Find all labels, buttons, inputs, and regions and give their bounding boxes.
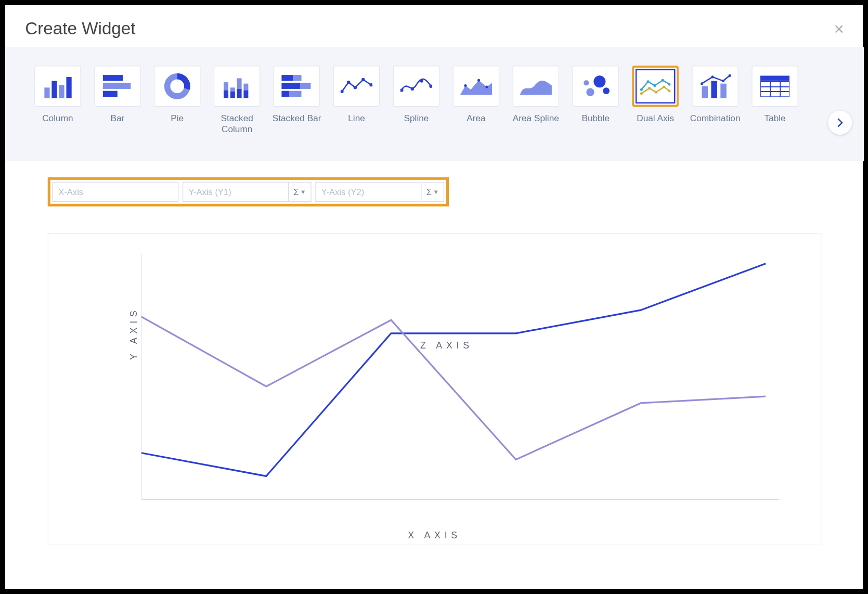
chart-type-line[interactable]: Line (331, 66, 383, 124)
svg-point-23 (347, 81, 350, 84)
svg-rect-15 (243, 90, 248, 98)
svg-point-38 (603, 87, 610, 94)
chart-type-bar[interactable]: Bar (92, 66, 144, 124)
chart-type-label: Column (42, 113, 73, 124)
svg-point-25 (361, 78, 365, 81)
chart-type-spline[interactable]: Spline (391, 66, 443, 124)
svg-rect-57 (760, 82, 789, 97)
svg-rect-50 (711, 81, 717, 98)
svg-rect-14 (243, 84, 248, 91)
column-chart-icon (43, 74, 72, 98)
svg-point-32 (464, 84, 467, 87)
svg-point-40 (647, 80, 650, 83)
y2-axis-input[interactable] (315, 182, 421, 202)
svg-point-29 (420, 79, 423, 82)
svg-rect-21 (290, 91, 302, 97)
stacked-bar-chart-icon (281, 75, 312, 97)
svg-point-35 (584, 80, 589, 85)
svg-rect-20 (281, 91, 289, 97)
area-chart-icon (460, 76, 492, 96)
svg-point-46 (655, 91, 657, 94)
scroll-right-button[interactable] (828, 111, 852, 135)
svg-point-48 (668, 89, 670, 92)
x-axis-input[interactable] (53, 182, 179, 202)
svg-rect-49 (702, 86, 708, 98)
bubble-chart-icon (580, 75, 612, 97)
svg-rect-1 (51, 81, 57, 98)
svg-rect-0 (44, 87, 49, 98)
svg-rect-2 (59, 85, 64, 98)
chart-type-stacked-bar[interactable]: Stacked Bar (271, 66, 323, 124)
line-chart-icon (341, 75, 372, 97)
svg-rect-12 (237, 78, 242, 88)
svg-rect-3 (66, 77, 71, 98)
chart-type-stacked-column[interactable]: Stacked Column (211, 66, 263, 135)
chart-type-label: Combination (690, 113, 741, 124)
chart-type-label: Table (764, 113, 785, 124)
chart-preview: Y AXIS Z AXIS X AXIS (48, 233, 822, 545)
svg-rect-5 (103, 83, 131, 88)
bar-chart-icon (103, 75, 132, 97)
chart-type-combination[interactable]: Combination (689, 66, 741, 124)
chart-type-label: Spline (404, 113, 429, 124)
svg-point-33 (477, 79, 480, 82)
table-icon (760, 75, 789, 97)
chart-type-label: Line (348, 113, 365, 124)
axis-config-row: Σ▼ Σ▼ (48, 177, 449, 206)
svg-point-43 (668, 83, 670, 85)
svg-rect-51 (720, 84, 726, 98)
svg-point-54 (722, 80, 724, 82)
svg-point-24 (354, 86, 357, 89)
svg-point-52 (701, 82, 703, 85)
close-icon[interactable]: × (834, 20, 844, 37)
svg-point-37 (586, 88, 594, 96)
svg-point-39 (640, 88, 643, 91)
svg-rect-6 (103, 91, 118, 97)
svg-point-42 (662, 79, 664, 82)
chart-type-gallery: Column Bar Pie (5, 47, 864, 161)
svg-rect-18 (281, 83, 300, 88)
combination-chart-icon (699, 74, 731, 98)
stacked-column-chart-icon (223, 74, 252, 98)
svg-rect-19 (300, 83, 310, 88)
chart-type-pie[interactable]: Pie (151, 66, 203, 124)
svg-point-44 (640, 92, 643, 95)
sigma-icon: Σ (426, 187, 432, 197)
svg-point-36 (593, 75, 605, 87)
svg-point-53 (711, 75, 714, 78)
chart-type-area[interactable]: Area (450, 66, 502, 124)
chart-type-label: Area (467, 113, 485, 124)
svg-rect-11 (230, 92, 235, 98)
pie-chart-icon (164, 73, 190, 99)
area-spline-chart-icon (520, 76, 552, 96)
svg-rect-4 (103, 75, 123, 81)
y1-aggregate-button[interactable]: Σ▼ (289, 182, 311, 202)
y1-axis-input[interactable] (183, 182, 289, 202)
svg-rect-16 (281, 75, 293, 81)
svg-rect-17 (293, 75, 301, 81)
chart-type-label: Dual Axis (637, 113, 674, 124)
chart-type-bubble[interactable]: Bubble (569, 66, 621, 124)
chart-type-label: Bar (110, 113, 124, 124)
chart-type-area-spline[interactable]: Area Spline (510, 66, 562, 124)
svg-rect-10 (230, 87, 235, 92)
svg-point-47 (663, 86, 665, 88)
chart-type-column[interactable]: Column (32, 66, 84, 124)
chart-type-label: Pie (171, 113, 184, 124)
spline-chart-icon (400, 75, 432, 97)
svg-rect-13 (237, 89, 242, 98)
y2-aggregate-button[interactable]: Σ▼ (422, 182, 444, 202)
svg-rect-9 (224, 90, 228, 98)
svg-point-34 (485, 86, 488, 88)
x-axis-label: X AXIS (48, 530, 821, 540)
chart-type-label: Bubble (581, 113, 610, 124)
chevron-right-icon (835, 118, 845, 127)
chart-type-label: Area Spline (513, 113, 559, 124)
svg-point-45 (648, 87, 651, 89)
chart-type-label: Stacked Bar (273, 113, 321, 124)
chart-type-dual-axis[interactable]: Dual Axis (629, 66, 681, 124)
chart-type-label: Stacked Column (211, 113, 263, 135)
chart-type-table[interactable]: Table (749, 66, 801, 124)
y-axis-label: Y AXIS (128, 307, 138, 360)
caret-down-icon: ▼ (300, 189, 306, 196)
